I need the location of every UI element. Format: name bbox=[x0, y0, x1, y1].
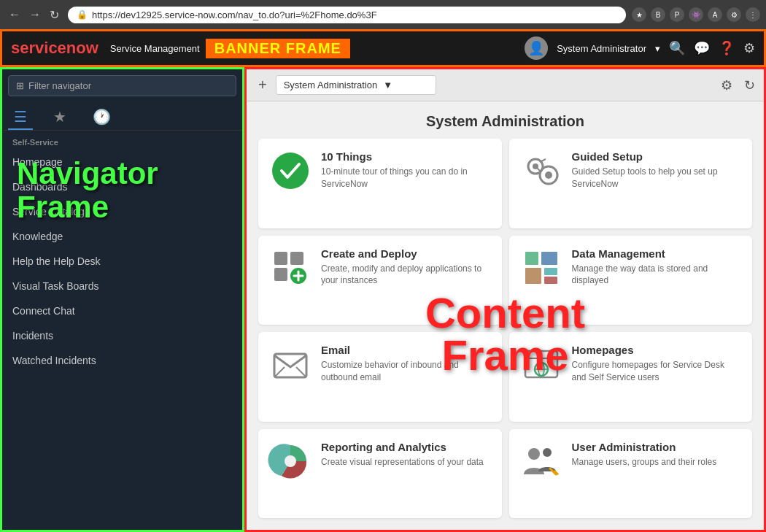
card-create-deploy[interactable]: Create and Deploy Create, modify and dep… bbox=[258, 236, 502, 325]
svg-rect-15 bbox=[525, 268, 541, 284]
data-management-title: Data Management bbox=[572, 247, 741, 260]
user-name: System Administrator bbox=[557, 43, 646, 54]
ten-things-text: 10 Things 10-minute tour of things you c… bbox=[321, 150, 490, 190]
chat-icon[interactable]: 💬 bbox=[694, 40, 710, 56]
navigator-tabs: ☰ ★ 🕐 bbox=[2, 102, 242, 131]
filter-icon: ⊞ bbox=[16, 80, 24, 91]
nav-item-service-catalog[interactable]: Service Catalog bbox=[2, 199, 242, 224]
lock-icon: 🔒 bbox=[77, 9, 88, 20]
svg-rect-17 bbox=[544, 277, 557, 284]
svg-point-26 bbox=[285, 455, 296, 467]
card-user-admin[interactable]: User Administration Manage users, groups… bbox=[509, 429, 753, 519]
svg-point-27 bbox=[528, 448, 540, 460]
nav-tab-all[interactable]: ☰ bbox=[8, 105, 33, 130]
banner-frame-label: BANNER FRAME bbox=[206, 39, 350, 58]
email-icon bbox=[270, 344, 311, 385]
main-layout: ⊞ Filter navigator ☰ ★ 🕐 Self-Service Ho… bbox=[0, 67, 766, 532]
filter-bar: ⊞ Filter navigator bbox=[2, 69, 242, 102]
ten-things-desc: 10-minute tour of things you can do in S… bbox=[321, 166, 490, 190]
card-reporting[interactable]: Reporting and Analytics Create visual re… bbox=[258, 429, 502, 519]
browser-menu-button[interactable]: ⋮ bbox=[746, 7, 760, 22]
nav-section-self-service: Self-Service bbox=[2, 131, 242, 150]
user-admin-desc: Manage users, groups and their roles bbox=[572, 456, 717, 469]
content-toolbar: + System Administration ▼ ⚙ ↻ bbox=[247, 69, 764, 101]
browser-refresh-button[interactable]: ↻ bbox=[47, 7, 62, 23]
forward-button[interactable]: → bbox=[26, 7, 44, 23]
svg-rect-9 bbox=[274, 268, 287, 281]
search-icon[interactable]: 🔍 bbox=[669, 40, 685, 56]
guided-setup-desc: Guided Setup tools to help you set up Se… bbox=[572, 166, 741, 190]
nav-item-knowledge[interactable]: Knowledge bbox=[2, 224, 242, 249]
help-icon[interactable]: ❓ bbox=[719, 40, 735, 56]
servicenow-logo: servicenow bbox=[11, 39, 98, 58]
back-button[interactable]: ← bbox=[6, 7, 23, 23]
create-deploy-desc: Create, modify and deploy applications t… bbox=[321, 263, 490, 288]
nav-item-visual-task-boards[interactable]: Visual Task Boards bbox=[2, 274, 242, 298]
ten-things-icon bbox=[270, 150, 311, 191]
scope-selector-text: System Administration bbox=[284, 80, 378, 90]
homepages-title: Homepages bbox=[572, 344, 741, 356]
homepages-icon bbox=[521, 344, 562, 385]
url-text: https://dev12925.service-now.com/nav_to.… bbox=[92, 9, 377, 20]
settings-icon[interactable]: ⚙ bbox=[743, 40, 755, 56]
svg-rect-21 bbox=[525, 351, 557, 377]
nav-tab-favorites[interactable]: ★ bbox=[47, 105, 72, 130]
content-frame: + System Administration ▼ ⚙ ↻ System Adm… bbox=[244, 67, 766, 532]
filter-placeholder: Filter navigator bbox=[28, 80, 91, 91]
cards-grid: 10 Things 10-minute tour of things you c… bbox=[247, 139, 764, 530]
user-admin-icon bbox=[521, 441, 562, 482]
create-deploy-title: Create and Deploy bbox=[321, 247, 490, 260]
svg-rect-7 bbox=[274, 252, 287, 265]
data-management-text: Data Management Manage the way data is s… bbox=[572, 247, 741, 288]
nav-tab-history[interactable]: 🕐 bbox=[87, 105, 117, 130]
homepages-desc: Configure homepages for Service Desk and… bbox=[572, 359, 741, 384]
user-avatar: 👤 bbox=[525, 36, 548, 60]
header-banner: servicenow Service Management BANNER FRA… bbox=[0, 29, 766, 67]
card-guided-setup[interactable]: Guided Setup Guided Setup tools to help … bbox=[509, 139, 753, 228]
browser-nav-buttons: ← → ↻ bbox=[6, 7, 62, 23]
nav-item-dashboards[interactable]: Dashboards bbox=[2, 174, 242, 199]
data-management-icon bbox=[521, 247, 562, 288]
svg-rect-18 bbox=[274, 354, 306, 377]
reporting-icon bbox=[270, 441, 311, 482]
email-text: Email Customize behavior of inbound and … bbox=[321, 344, 490, 384]
card-data-management[interactable]: Data Management Manage the way data is s… bbox=[509, 236, 753, 325]
address-bar[interactable]: 🔒 https://dev12925.service-now.com/nav_t… bbox=[68, 7, 626, 23]
browser-chrome: ← → ↻ 🔒 https://dev12925.service-now.com… bbox=[0, 0, 766, 29]
card-homepages[interactable]: Homepages Configure homepages for Servic… bbox=[509, 332, 753, 422]
svg-rect-14 bbox=[541, 252, 557, 265]
add-tab-button[interactable]: + bbox=[255, 77, 270, 93]
reporting-text: Reporting and Analytics Create visual re… bbox=[321, 441, 484, 469]
svg-point-0 bbox=[272, 153, 309, 189]
nav-item-help-help-desk[interactable]: Help the Help Desk bbox=[2, 249, 242, 274]
nav-item-homepage[interactable]: Homepage bbox=[2, 150, 242, 174]
navigator-frame: ⊞ Filter navigator ☰ ★ 🕐 Self-Service Ho… bbox=[0, 67, 244, 532]
create-deploy-text: Create and Deploy Create, modify and dep… bbox=[321, 247, 490, 288]
ten-things-title: 10 Things bbox=[321, 150, 490, 163]
scope-selector[interactable]: System Administration ▼ bbox=[276, 75, 436, 95]
nav-item-watched-incidents[interactable]: Watched Incidents bbox=[2, 348, 242, 373]
user-admin-text: User Administration Manage users, groups… bbox=[572, 441, 717, 469]
svg-point-5 bbox=[545, 171, 552, 179]
filter-navigator-input[interactable]: ⊞ Filter navigator bbox=[8, 75, 236, 96]
reporting-title: Reporting and Analytics bbox=[321, 441, 484, 453]
guided-setup-title: Guided Setup bbox=[572, 150, 741, 163]
email-title: Email bbox=[321, 344, 490, 356]
card-email[interactable]: Email Customize behavior of inbound and … bbox=[258, 332, 502, 422]
nav-item-connect-chat[interactable]: Connect Chat bbox=[2, 298, 242, 323]
browser-icon-4: 👾 bbox=[689, 7, 703, 22]
browser-icon-1: ★ bbox=[632, 7, 646, 22]
content-settings-icon[interactable]: ⚙ bbox=[721, 77, 732, 93]
svg-rect-16 bbox=[544, 268, 557, 275]
browser-icon-3: P bbox=[670, 7, 684, 22]
page-title: System Administration bbox=[247, 101, 764, 139]
service-management-label: Service Management bbox=[110, 43, 200, 54]
card-ten-things[interactable]: 10 Things 10-minute tour of things you c… bbox=[258, 139, 502, 228]
user-dropdown-arrow[interactable]: ▾ bbox=[655, 43, 660, 54]
svg-rect-13 bbox=[525, 252, 538, 265]
data-management-desc: Manage the way data is stored and displa… bbox=[572, 263, 741, 288]
svg-point-28 bbox=[543, 448, 552, 457]
browser-icon-6: ⚙ bbox=[727, 7, 741, 22]
content-refresh-icon[interactable]: ↻ bbox=[744, 77, 755, 93]
nav-item-incidents[interactable]: Incidents bbox=[2, 323, 242, 348]
